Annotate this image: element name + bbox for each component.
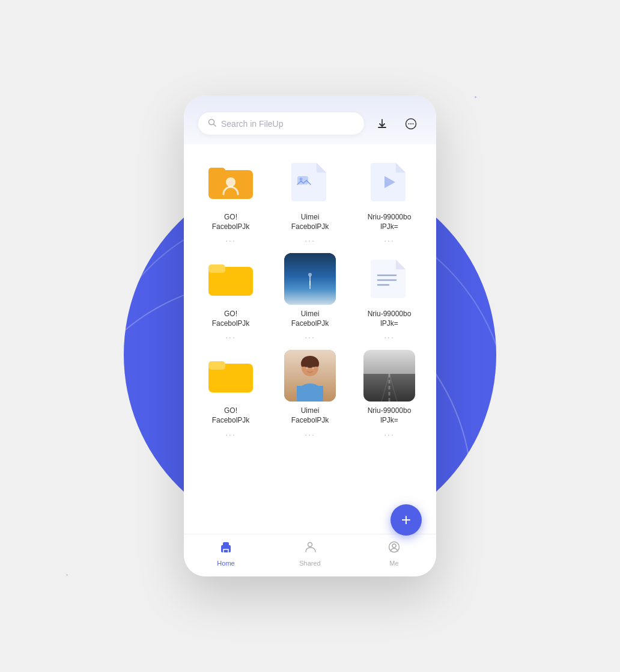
- dots-pattern-top: for(let i=0;i<48;i++) document.currentSc…: [475, 96, 548, 98]
- nav-item-shared[interactable]: Shared: [289, 540, 331, 567]
- add-fab-button[interactable]: +: [391, 504, 422, 536]
- svg-rect-7: [208, 168, 225, 176]
- file-item-2[interactable]: UimeiFacebolPJk ...: [275, 156, 345, 243]
- shared-label: Shared: [299, 560, 320, 567]
- file-more-button[interactable]: ...: [384, 234, 395, 243]
- folder-plain-thumb: [205, 350, 257, 402]
- file-name: Nriu-99000bolPJk=: [368, 310, 412, 328]
- file-item-7[interactable]: GO!FacebolPJk ...: [196, 350, 266, 437]
- svg-rect-25: [297, 386, 323, 402]
- file-more-button[interactable]: ...: [305, 428, 315, 438]
- svg-rect-13: [208, 264, 225, 273]
- file-name: UimeiFacebolPJk: [291, 310, 329, 328]
- home-icon: [219, 540, 232, 557]
- svg-point-8: [226, 177, 236, 187]
- dots-pattern-bottom: for(let i=0;i<36;i++) document.currentSc…: [66, 574, 120, 576]
- file-name: GO!FacebolPJk: [212, 213, 250, 231]
- svg-point-28: [312, 367, 314, 369]
- svg-point-16: [308, 273, 312, 276]
- search-icon: [208, 118, 216, 129]
- file-more-button[interactable]: ...: [225, 331, 236, 340]
- file-name: UimeiFacebolPJk: [291, 406, 329, 425]
- doc-file-thumb: [363, 253, 415, 305]
- video-file-thumb: [363, 156, 415, 208]
- svg-point-33: [308, 543, 312, 547]
- svg-point-10: [300, 178, 303, 181]
- svg-rect-15: [309, 276, 311, 286]
- file-item-6[interactable]: Nriu-99000bolPJk= ...: [354, 253, 424, 340]
- file-name: UimeiFacebolPJk: [291, 213, 329, 231]
- svg-point-27: [306, 367, 308, 369]
- svg-point-35: [392, 544, 396, 548]
- file-grid-container: GO!FacebolPJk ... UimeiFacebolPJk ...: [184, 144, 436, 534]
- search-placeholder-text: Search in FileUp: [221, 119, 284, 129]
- svg-line-1: [214, 124, 216, 127]
- more-options-button[interactable]: [400, 113, 422, 135]
- phone-frame: Search in FileUp: [184, 96, 436, 576]
- file-more-button[interactable]: ...: [305, 331, 315, 340]
- me-icon: [388, 540, 401, 557]
- shared-icon: [303, 540, 317, 557]
- svg-point-4: [410, 123, 412, 124]
- photo-ocean-thumb: [284, 253, 336, 305]
- file-name: Nriu-99000bolPJk=: [368, 213, 412, 231]
- folder-plain-thumb: [205, 253, 257, 305]
- svg-point-5: [413, 123, 414, 124]
- file-more-button[interactable]: ...: [225, 234, 236, 243]
- file-name: GO!FacebolPJk: [212, 310, 250, 328]
- search-bar[interactable]: Search in FileUp: [198, 112, 364, 135]
- svg-point-3: [409, 123, 410, 124]
- file-item-9[interactable]: Nriu-99000bolPJk= ...: [354, 350, 424, 437]
- file-grid: GO!FacebolPJk ... UimeiFacebolPJk ...: [196, 156, 424, 438]
- bottom-navigation: Home Shared Me: [184, 534, 436, 576]
- home-label: Home: [217, 560, 234, 567]
- file-item-3[interactable]: Nriu-99000bolPJk= ...: [354, 156, 424, 243]
- file-item-8[interactable]: UimeiFacebolPJk ...: [275, 350, 345, 437]
- file-name: GO!FacebolPJk: [212, 406, 250, 425]
- file-more-button[interactable]: ...: [384, 428, 395, 438]
- nav-item-me[interactable]: Me: [373, 540, 415, 567]
- file-more-button[interactable]: ...: [384, 331, 395, 340]
- file-item-4[interactable]: GO!FacebolPJk ...: [196, 253, 266, 340]
- photo-person-thumb: [284, 350, 336, 402]
- header-actions: [371, 113, 422, 135]
- svg-rect-32: [223, 542, 229, 547]
- file-more-button[interactable]: ...: [305, 234, 315, 243]
- plus-icon: +: [401, 510, 411, 530]
- folder-shared-thumb: [205, 156, 257, 208]
- svg-rect-21: [208, 361, 225, 370]
- download-button[interactable]: [371, 113, 393, 135]
- nav-item-home[interactable]: Home: [205, 540, 247, 567]
- image-file-thumb: [284, 156, 336, 208]
- file-name: Nriu-99000bolPJk=: [368, 406, 412, 425]
- file-more-button[interactable]: ...: [225, 428, 236, 438]
- file-item-5[interactable]: UimeiFacebolPJk ...: [275, 253, 345, 340]
- app-header: Search in FileUp: [184, 96, 436, 144]
- file-item-1[interactable]: GO!FacebolPJk ...: [196, 156, 266, 243]
- photo-road-thumb: [363, 350, 415, 402]
- me-label: Me: [389, 560, 398, 567]
